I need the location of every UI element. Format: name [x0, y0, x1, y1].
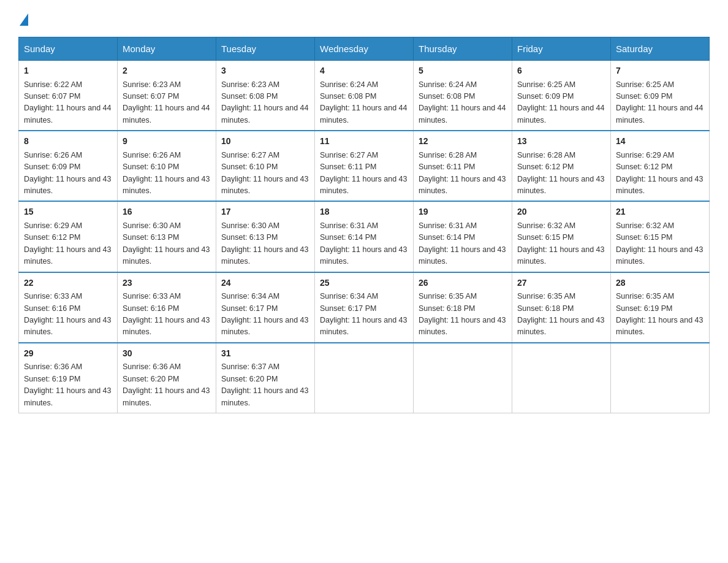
calendar-cell: 29 Sunrise: 6:36 AM Sunset: 6:19 PM Dayl… [19, 343, 118, 413]
day-number: 23 [123, 277, 211, 290]
daylight-label: Daylight: 11 hours and 43 minutes. [320, 245, 407, 266]
daylight-label: Daylight: 11 hours and 43 minutes. [123, 245, 210, 266]
daylight-label: Daylight: 11 hours and 43 minutes. [221, 386, 308, 407]
sunset-label: Sunset: 6:20 PM [221, 375, 278, 383]
day-number: 7 [616, 64, 704, 78]
day-number: 31 [221, 347, 309, 361]
sunrise-label: Sunrise: 6:33 AM [123, 292, 181, 301]
sunrise-label: Sunrise: 6:32 AM [616, 221, 674, 230]
calendar-cell: 5 Sunrise: 6:24 AM Sunset: 6:08 PM Dayli… [414, 61, 512, 131]
day-number: 2 [123, 64, 211, 78]
day-number: 21 [616, 205, 704, 219]
day-header-sunday: Sunday [19, 37, 118, 61]
day-number: 5 [419, 64, 507, 78]
calendar-cell: 3 Sunrise: 6:23 AM Sunset: 6:08 PM Dayli… [216, 61, 315, 131]
sunset-label: Sunset: 6:20 PM [123, 375, 179, 383]
calendar-cell [512, 343, 611, 413]
day-number: 29 [24, 347, 112, 361]
daylight-label: Daylight: 11 hours and 43 minutes. [616, 316, 703, 336]
calendar-cell: 4 Sunrise: 6:24 AM Sunset: 6:08 PM Dayli… [315, 61, 414, 131]
day-number: 10 [221, 135, 309, 148]
logo-triangle-icon [20, 13, 28, 26]
calendar-cell: 14 Sunrise: 6:29 AM Sunset: 6:12 PM Dayl… [611, 131, 710, 201]
calendar-cell: 8 Sunrise: 6:26 AM Sunset: 6:09 PM Dayli… [19, 131, 118, 201]
calendar-cell: 31 Sunrise: 6:37 AM Sunset: 6:20 PM Dayl… [216, 343, 315, 413]
sunset-label: Sunset: 6:19 PM [616, 304, 672, 313]
calendar-table: SundayMondayTuesdayWednesdayThursdayFrid… [18, 37, 710, 413]
calendar-week-row: 1 Sunrise: 6:22 AM Sunset: 6:07 PM Dayli… [19, 61, 710, 131]
calendar-week-row: 22 Sunrise: 6:33 AM Sunset: 6:16 PM Dayl… [19, 272, 710, 343]
daylight-label: Daylight: 11 hours and 43 minutes. [517, 245, 604, 266]
calendar-cell: 16 Sunrise: 6:30 AM Sunset: 6:13 PM Dayl… [118, 201, 216, 272]
calendar-cell: 19 Sunrise: 6:31 AM Sunset: 6:14 PM Dayl… [414, 201, 512, 272]
sunrise-label: Sunrise: 6:36 AM [24, 362, 82, 371]
daylight-label: Daylight: 11 hours and 43 minutes. [24, 175, 111, 195]
calendar-cell: 6 Sunrise: 6:25 AM Sunset: 6:09 PM Dayli… [512, 61, 611, 131]
sunrise-label: Sunrise: 6:35 AM [616, 292, 674, 301]
day-number: 20 [517, 205, 605, 219]
daylight-label: Daylight: 11 hours and 44 minutes. [320, 104, 407, 124]
sunset-label: Sunset: 6:13 PM [123, 233, 179, 242]
calendar-cell [315, 343, 414, 413]
sunset-label: Sunset: 6:16 PM [123, 304, 179, 313]
sunrise-label: Sunrise: 6:24 AM [320, 80, 378, 89]
day-number: 25 [320, 277, 408, 290]
calendar-cell [611, 343, 710, 413]
day-number: 12 [419, 135, 507, 148]
sunset-label: Sunset: 6:15 PM [616, 233, 672, 242]
daylight-label: Daylight: 11 hours and 43 minutes. [320, 175, 407, 195]
day-number: 24 [221, 277, 309, 290]
day-number: 16 [123, 205, 211, 219]
sunrise-label: Sunrise: 6:29 AM [616, 151, 674, 159]
sunrise-label: Sunrise: 6:25 AM [517, 80, 575, 89]
sunset-label: Sunset: 6:07 PM [123, 92, 179, 101]
daylight-label: Daylight: 11 hours and 43 minutes. [616, 245, 703, 266]
day-header-wednesday: Wednesday [315, 37, 414, 61]
calendar-cell: 1 Sunrise: 6:22 AM Sunset: 6:07 PM Dayli… [19, 61, 118, 131]
calendar-cell [414, 343, 512, 413]
sunset-label: Sunset: 6:13 PM [221, 233, 278, 242]
calendar-cell: 9 Sunrise: 6:26 AM Sunset: 6:10 PM Dayli… [118, 131, 216, 201]
calendar-week-row: 8 Sunrise: 6:26 AM Sunset: 6:09 PM Dayli… [19, 131, 710, 201]
sunrise-label: Sunrise: 6:34 AM [221, 292, 279, 301]
sunrise-label: Sunrise: 6:31 AM [419, 221, 477, 230]
daylight-label: Daylight: 11 hours and 43 minutes. [123, 316, 210, 336]
calendar-header-row: SundayMondayTuesdayWednesdayThursdayFrid… [19, 37, 710, 61]
sunset-label: Sunset: 6:09 PM [517, 92, 574, 101]
daylight-label: Daylight: 11 hours and 44 minutes. [419, 104, 506, 124]
sunset-label: Sunset: 6:12 PM [24, 233, 80, 242]
sunset-label: Sunset: 6:15 PM [517, 233, 574, 242]
day-number: 6 [517, 64, 605, 78]
daylight-label: Daylight: 11 hours and 43 minutes. [320, 316, 407, 336]
sunset-label: Sunset: 6:18 PM [419, 304, 475, 313]
sunrise-label: Sunrise: 6:26 AM [123, 151, 181, 159]
day-header-tuesday: Tuesday [216, 37, 315, 61]
calendar-cell: 7 Sunrise: 6:25 AM Sunset: 6:09 PM Dayli… [611, 61, 710, 131]
daylight-label: Daylight: 11 hours and 43 minutes. [616, 175, 703, 195]
daylight-label: Daylight: 11 hours and 43 minutes. [419, 316, 506, 336]
sunrise-label: Sunrise: 6:34 AM [320, 292, 378, 301]
sunset-label: Sunset: 6:09 PM [616, 92, 672, 101]
sunrise-label: Sunrise: 6:30 AM [123, 221, 181, 230]
sunrise-label: Sunrise: 6:23 AM [221, 80, 279, 89]
sunrise-label: Sunrise: 6:25 AM [616, 80, 674, 89]
day-header-thursday: Thursday [414, 37, 512, 61]
sunset-label: Sunset: 6:11 PM [419, 163, 475, 171]
calendar-week-row: 15 Sunrise: 6:29 AM Sunset: 6:12 PM Dayl… [19, 201, 710, 272]
calendar-cell: 12 Sunrise: 6:28 AM Sunset: 6:11 PM Dayl… [414, 131, 512, 201]
sunset-label: Sunset: 6:12 PM [616, 163, 672, 171]
sunset-label: Sunset: 6:10 PM [221, 163, 278, 171]
sunrise-label: Sunrise: 6:27 AM [320, 151, 378, 159]
daylight-label: Daylight: 11 hours and 43 minutes. [123, 175, 210, 195]
daylight-label: Daylight: 11 hours and 43 minutes. [517, 316, 604, 336]
sunset-label: Sunset: 6:10 PM [123, 163, 179, 171]
calendar-cell: 24 Sunrise: 6:34 AM Sunset: 6:17 PM Dayl… [216, 272, 315, 343]
day-number: 30 [123, 347, 211, 361]
daylight-label: Daylight: 11 hours and 44 minutes. [517, 104, 604, 124]
sunrise-label: Sunrise: 6:32 AM [517, 221, 575, 230]
sunrise-label: Sunrise: 6:27 AM [221, 151, 279, 159]
calendar-cell: 28 Sunrise: 6:35 AM Sunset: 6:19 PM Dayl… [611, 272, 710, 343]
day-header-saturday: Saturday [611, 37, 710, 61]
calendar-cell: 13 Sunrise: 6:28 AM Sunset: 6:12 PM Dayl… [512, 131, 611, 201]
daylight-label: Daylight: 11 hours and 44 minutes. [24, 104, 111, 124]
